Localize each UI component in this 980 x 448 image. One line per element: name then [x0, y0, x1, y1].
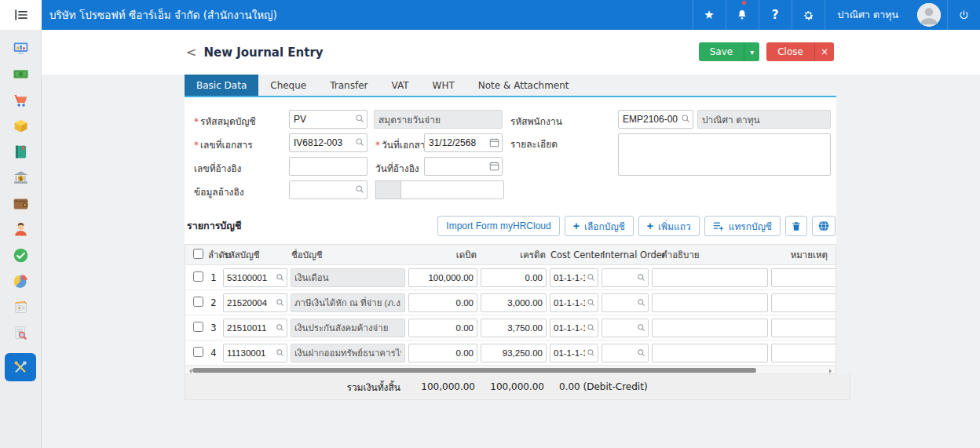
- row-checkbox[interactable]: [193, 271, 203, 282]
- plus-icon: +: [647, 220, 653, 231]
- search-icon[interactable]: [637, 273, 645, 282]
- scroll-right-arrow[interactable]: [829, 369, 834, 373]
- search-icon[interactable]: [276, 323, 284, 332]
- row-checkbox[interactable]: [193, 297, 203, 307]
- search-icon[interactable]: [637, 348, 645, 357]
- save-dropdown-caret[interactable]: ▾: [744, 42, 759, 61]
- search-icon[interactable]: [355, 184, 364, 194]
- credit-input[interactable]: [481, 293, 547, 312]
- table-row: 3: [185, 315, 836, 341]
- search-icon[interactable]: [355, 114, 364, 123]
- select-all-checkbox[interactable]: [193, 249, 203, 259]
- tab-basic-data[interactable]: Basic Data: [185, 75, 258, 96]
- line-remark-input[interactable]: [771, 344, 836, 362]
- help-button[interactable]: ?: [759, 0, 792, 30]
- scrollbar-thumb[interactable]: [192, 368, 756, 373]
- line-description-input[interactable]: [652, 319, 768, 337]
- sidebar-item-report[interactable]: $: [12, 299, 29, 315]
- tab-vat[interactable]: VAT: [380, 75, 421, 96]
- favorite-star-icon: ★: [704, 8, 714, 22]
- sidebar-item-bank[interactable]: $: [12, 169, 29, 186]
- row-checkbox[interactable]: [193, 322, 203, 332]
- sidebar-item-purchase[interactable]: [12, 92, 29, 108]
- search-icon[interactable]: [276, 273, 284, 282]
- search-icon[interactable]: [276, 348, 284, 357]
- debit-input[interactable]: [408, 319, 477, 337]
- col-description: คำอธิบาย: [650, 248, 770, 262]
- line-remark-input[interactable]: [771, 319, 836, 337]
- horizontal-scrollbar[interactable]: [185, 366, 836, 374]
- debit-input[interactable]: [408, 344, 477, 362]
- calendar-icon[interactable]: [489, 137, 499, 148]
- search-icon[interactable]: [587, 273, 595, 282]
- search-icon[interactable]: [587, 323, 595, 332]
- tab-cheque[interactable]: Cheque: [258, 75, 318, 96]
- search-icon[interactable]: [681, 114, 690, 123]
- settings-button[interactable]: [792, 0, 825, 30]
- top-header-bar: บริษัท โปรซอฟท์ ซีอาร์เอ็ม จำกัด (สำนักง…: [42, 0, 980, 30]
- ref-info-extra-input[interactable]: [400, 180, 504, 199]
- search-icon[interactable]: [587, 298, 595, 307]
- save-button[interactable]: Save: [699, 42, 744, 61]
- debit-input[interactable]: [408, 268, 477, 287]
- items-toolbar: Import Form myHRCloud +เลือกบัญชี +เพิ่ม…: [437, 216, 836, 236]
- tab-note-attachment[interactable]: Note & Attachment: [466, 75, 581, 96]
- required-mark: *: [194, 116, 199, 127]
- logout-button[interactable]: [947, 0, 980, 30]
- settings-gear-icon: [802, 9, 815, 22]
- audit-search-icon: [13, 325, 29, 341]
- credit-input[interactable]: [481, 268, 547, 287]
- search-icon[interactable]: [276, 298, 284, 307]
- sidebar-item-audit[interactable]: [12, 325, 29, 341]
- search-icon[interactable]: [637, 298, 645, 307]
- account-name-field: [291, 319, 405, 337]
- tab-wht[interactable]: WHT: [421, 75, 466, 96]
- insert-account-button[interactable]: แทรกบัญชี: [704, 216, 781, 236]
- calendar-icon[interactable]: [489, 161, 499, 171]
- sidebar-item-inventory[interactable]: [12, 118, 29, 134]
- totals-row: รวมเงินทั้งสิ้น 100,000.00 100,000.00 0.…: [185, 374, 850, 400]
- sidebar-item-employee[interactable]: [12, 221, 29, 238]
- debit-input[interactable]: [408, 293, 477, 312]
- search-icon[interactable]: [637, 323, 645, 332]
- select-account-button[interactable]: +เลือกบัญชี: [565, 216, 634, 236]
- col-no: ลำดับ: [206, 248, 221, 262]
- credit-input[interactable]: [481, 319, 547, 337]
- scroll-left-arrow[interactable]: [187, 369, 192, 373]
- account-name-field: [291, 268, 405, 287]
- col-internal-order: Internal Order: [600, 249, 650, 260]
- credit-input[interactable]: [481, 344, 547, 362]
- sidebar-item-approve[interactable]: [12, 247, 29, 264]
- ref-info-extra-prefix[interactable]: [375, 180, 400, 199]
- description-textarea[interactable]: [618, 133, 831, 176]
- notifications-button[interactable]: [726, 0, 759, 30]
- sidebar-item-accounting[interactable]: [12, 144, 29, 160]
- search-icon[interactable]: [587, 348, 595, 357]
- plus-icon: +: [573, 220, 580, 231]
- line-description-input[interactable]: [652, 344, 768, 362]
- sidebar-item-finance[interactable]: [12, 66, 29, 82]
- delete-rows-button[interactable]: [785, 216, 807, 236]
- language-globe-button[interactable]: [812, 216, 836, 236]
- avatar-button[interactable]: [911, 0, 947, 30]
- import-myhrcloud-button[interactable]: Import Form myHRCloud: [437, 216, 559, 236]
- close-button[interactable]: Close: [766, 42, 814, 61]
- row-checkbox[interactable]: [193, 347, 203, 357]
- menu-toggle-button[interactable]: [0, 0, 42, 30]
- line-remark-input[interactable]: [771, 293, 836, 312]
- sidebar-item-analytics[interactable]: [12, 273, 29, 290]
- line-remark-input[interactable]: [771, 268, 836, 287]
- sidebar-item-settings-active[interactable]: [5, 353, 36, 381]
- line-description-input[interactable]: [652, 293, 768, 312]
- back-chevron-icon[interactable]: <: [186, 46, 196, 59]
- favorites-button[interactable]: ★: [693, 0, 726, 30]
- sidebar-item-dashboard[interactable]: [12, 40, 29, 56]
- search-icon[interactable]: [355, 137, 364, 147]
- close-x-icon[interactable]: ×: [814, 42, 834, 61]
- tab-transfer[interactable]: Transfer: [318, 75, 379, 96]
- sidebar-item-petty-cash[interactable]: [12, 195, 29, 212]
- line-description-input[interactable]: [652, 268, 768, 287]
- ref-no-input[interactable]: [289, 157, 368, 176]
- user-menu[interactable]: ปาณิศา ตาทุน: [825, 0, 911, 30]
- add-row-button[interactable]: +เพิ่มแถว: [638, 216, 700, 236]
